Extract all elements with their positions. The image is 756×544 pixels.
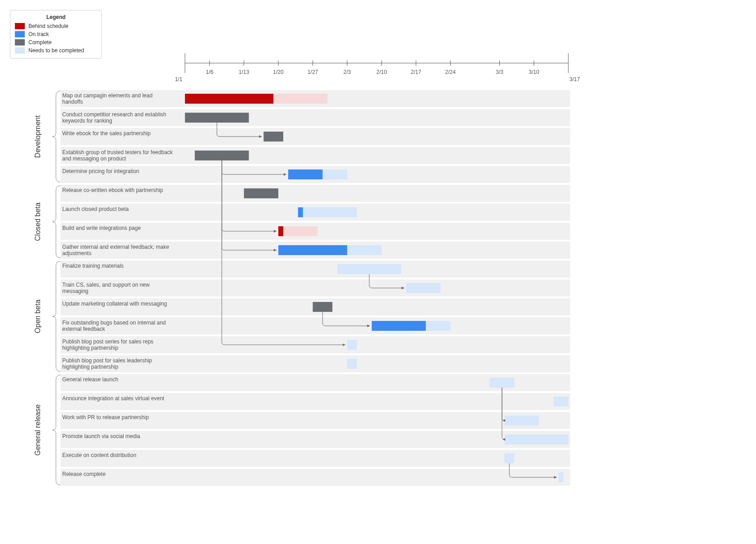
- task-label: Build and write integrations page: [62, 225, 173, 231]
- gantt-bar[interactable]: [504, 434, 568, 444]
- gantt-bar[interactable]: [288, 169, 323, 179]
- gantt-bar-remaining[interactable]: [298, 207, 357, 217]
- gantt-bar[interactable]: [347, 340, 357, 350]
- task-label: Launch closed product beta: [62, 206, 173, 212]
- group-label: Closed beta: [34, 186, 42, 258]
- task-label: General release launch: [62, 376, 173, 383]
- gantt-chart: [0, 0, 756, 544]
- task-label: Establish group of trusted testers for f…: [62, 149, 173, 162]
- group-label: Open beta: [34, 261, 42, 371]
- task-label: Work with PR to release partnership: [62, 414, 173, 421]
- gantt-bar[interactable]: [372, 321, 426, 331]
- group-label: Development: [34, 91, 42, 182]
- gantt-bar[interactable]: [558, 472, 563, 482]
- task-label: Update marketing collateral with messagi…: [62, 301, 173, 307]
- task-label: Finalize training materials: [62, 263, 173, 269]
- task-label: Release complete: [62, 471, 173, 477]
- gantt-bar[interactable]: [490, 378, 514, 388]
- task-label: Gather internal and external feedback; m…: [62, 244, 173, 256]
- gantt-bar[interactable]: [185, 113, 249, 123]
- gantt-bar-remaining[interactable]: [278, 226, 318, 236]
- gantt-bar[interactable]: [313, 302, 332, 312]
- task-label: Map out campagin elements and lead hando…: [62, 92, 173, 105]
- gantt-bar[interactable]: [553, 397, 568, 407]
- gantt-bar[interactable]: [337, 264, 401, 274]
- gantt-bar[interactable]: [504, 416, 539, 425]
- task-label: Promote launch via social media: [62, 433, 173, 439]
- task-label: Conduct competitior research and establi…: [62, 111, 173, 124]
- task-label: Announce integration at sales virtual ev…: [62, 395, 173, 402]
- task-label: Determine pricing for integration: [62, 168, 173, 174]
- group-label: General release: [34, 375, 42, 485]
- task-label: Write ebook for the sales partnership: [62, 130, 173, 137]
- task-label: Fix outstanding bugs based on internal a…: [62, 320, 173, 332]
- task-label: Publish blog post series for sales reps …: [62, 338, 173, 351]
- gantt-bar[interactable]: [278, 226, 283, 236]
- gantt-bar[interactable]: [298, 207, 303, 217]
- gantt-bar[interactable]: [406, 283, 440, 293]
- gantt-bar[interactable]: [195, 151, 249, 160]
- gantt-bar[interactable]: [185, 94, 273, 104]
- gantt-bar[interactable]: [347, 359, 357, 369]
- task-label: Train CS, sales, and support on new mess…: [62, 282, 173, 294]
- task-label: Release co-written ebook with partnershi…: [62, 187, 173, 193]
- task-label: Publish blog post for sales leadership h…: [62, 357, 173, 370]
- gantt-bar[interactable]: [278, 245, 347, 255]
- gantt-bar[interactable]: [504, 453, 514, 463]
- task-label: Execute on content distribution: [62, 452, 173, 458]
- gantt-bar[interactable]: [263, 132, 283, 142]
- gantt-bar[interactable]: [244, 188, 278, 198]
